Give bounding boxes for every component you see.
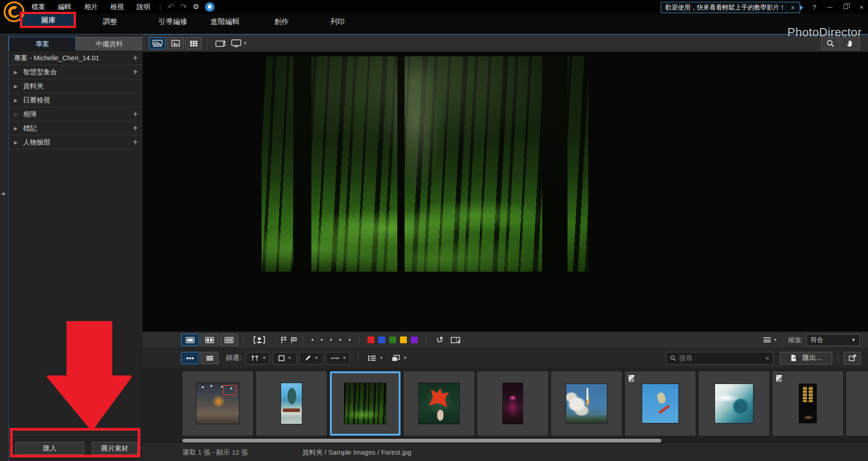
color-label-purple[interactable] (411, 336, 418, 343)
tab-adjust[interactable]: 調整 (99, 16, 121, 28)
menu-photo[interactable]: 相片 (81, 2, 100, 12)
thumbnail-church-window[interactable] (773, 371, 843, 436)
thumbnail-skateboarder[interactable] (625, 371, 696, 436)
expander-icon[interactable]: ▷ (14, 112, 23, 117)
add-icon[interactable]: + (133, 110, 138, 119)
tree-row-tags[interactable]: ▶ 標記 + (9, 121, 143, 135)
thumbnail-maple-leaf[interactable] (404, 371, 474, 436)
sidebar-tab-metadata[interactable]: 中繼資料 (76, 37, 143, 51)
thumbnail-rocket-launch[interactable] (551, 371, 622, 436)
color-filter-dropdown[interactable]: ▼ (272, 352, 297, 365)
tab-library[interactable]: 圖庫 (22, 14, 75, 28)
rating-dot-icon[interactable]: • (311, 336, 314, 343)
settings-gear-icon[interactable]: ⚙ (193, 3, 199, 10)
search-clear-icon[interactable]: × (765, 354, 769, 362)
edited-filter-dropdown[interactable]: ▼ (299, 352, 324, 365)
rating-dot-icon[interactable]: • (339, 336, 342, 343)
adjusted-badge-icon (776, 375, 782, 383)
mirror-compare-icon[interactable] (451, 336, 461, 344)
expander-icon[interactable]: ▶ (14, 126, 23, 131)
sidebar-tab-project[interactable]: 專案 (9, 37, 76, 51)
add-icon[interactable]: + (133, 124, 138, 133)
rating-dot-icon[interactable]: • (321, 336, 323, 343)
expander-icon[interactable]: ▶ (14, 98, 23, 103)
compare-view-button[interactable] (200, 334, 219, 346)
list-view-button[interactable] (200, 352, 219, 364)
color-label-red[interactable] (367, 336, 374, 343)
view-photo-filmstrip-button[interactable] (149, 37, 166, 49)
thumbnail-ocean-wave[interactable] (699, 371, 769, 436)
flag-icon[interactable] (281, 336, 287, 344)
color-label-blue[interactable] (378, 336, 385, 343)
tooltip-close-icon[interactable]: × (790, 4, 796, 11)
rating-dot-icon[interactable]: • (348, 336, 351, 343)
tree-row-albums[interactable]: ▷ 相簿 + (9, 107, 143, 121)
color-label-yellow[interactable] (400, 336, 407, 343)
more-filters-dropdown[interactable]: ▼ (326, 352, 350, 365)
stack-dropdown[interactable]: ▼ (389, 352, 410, 365)
redo-icon[interactable]: ↷ (180, 3, 187, 11)
flag-filter-dropdown[interactable]: ▼ (246, 352, 270, 365)
import-button[interactable]: 匯入 (15, 442, 84, 455)
expander-icon[interactable]: ▶ (14, 140, 23, 145)
menu-edit[interactable]: 編輯 (55, 2, 74, 12)
browse-single-button[interactable] (181, 334, 199, 346)
zoom-tool-button[interactable] (821, 37, 840, 50)
color-label-green[interactable] (389, 336, 396, 343)
export-button[interactable]: 匯出... (780, 352, 832, 365)
stock-media-button[interactable]: 圖片素材 (92, 442, 138, 455)
thumbnail-partial[interactable] (846, 371, 868, 436)
swap-display-button[interactable] (213, 37, 229, 49)
tree-row-calendar-view[interactable]: ▶ 日曆檢視 (9, 93, 143, 107)
star-rating[interactable]: • • • • • (311, 336, 351, 343)
thumbnail-boat-island[interactable] (256, 371, 327, 436)
thumbnail-neon-sign[interactable] (477, 371, 548, 436)
add-icon[interactable]: + (133, 67, 138, 77)
caret-down-icon: ▼ (262, 356, 266, 360)
tree-row-project[interactable]: 專案 - Michelle_Chen_14.01 + (9, 51, 143, 65)
view-grid-button[interactable] (185, 37, 202, 49)
thumbnail-basketball-dunk[interactable] (182, 371, 253, 436)
notification-bell-icon[interactable] (205, 2, 215, 12)
tree-row-folders[interactable]: ▶ 資料夾 (9, 79, 143, 93)
rotate-left-icon[interactable]: ↺ (436, 336, 444, 344)
export-button-label: 匯出... (802, 354, 822, 362)
minimize-button[interactable]: ─ (828, 3, 833, 11)
horizontal-scrollbar[interactable] (182, 439, 661, 442)
reject-flag-icon[interactable] (291, 336, 297, 344)
thumbnail-view-button[interactable] (181, 352, 199, 364)
sidebar-collapse-strip[interactable]: ◀ (0, 34, 8, 461)
grid-view-button[interactable] (220, 334, 238, 346)
collapse-left-icon[interactable]: ◀ (1, 191, 5, 197)
list-lines-icon (763, 337, 771, 342)
add-icon[interactable]: + (133, 138, 138, 147)
expander-icon[interactable]: ▶ (14, 70, 23, 75)
menu-view[interactable]: 檢視 (108, 2, 127, 12)
add-icon[interactable]: + (133, 53, 138, 62)
detach-window-button[interactable] (844, 352, 861, 365)
tab-guided-edit[interactable]: 引導編修 (155, 16, 191, 28)
close-button[interactable]: × (859, 3, 863, 11)
secondary-monitor-button[interactable]: ▼ (229, 37, 249, 49)
tree-row-smart-collection[interactable]: ▶ 智慧型集合 + (9, 65, 143, 79)
undo-icon[interactable]: ↶ (167, 3, 174, 11)
rating-dot-icon[interactable]: • (330, 336, 332, 343)
view-options-button[interactable]: ▼ (763, 337, 777, 342)
search-input[interactable] (679, 354, 763, 362)
face-tag-button[interactable] (249, 334, 269, 346)
thumbnail-forest-selected[interactable] (330, 371, 401, 436)
expander-icon[interactable]: ▶ (14, 84, 23, 89)
restore-button[interactable] (844, 5, 848, 9)
tab-advanced-edit[interactable]: 進階編輯 (207, 16, 243, 28)
view-single-photo-button[interactable] (167, 37, 184, 49)
tab-print[interactable]: 列印 (327, 16, 348, 28)
tab-create[interactable]: 創作 (271, 16, 292, 28)
caret-down-icon: ▼ (403, 356, 407, 360)
tree-row-faces[interactable]: ▶ 人物臉部 + (9, 135, 143, 149)
menu-file[interactable]: 檔案 (29, 2, 48, 12)
zoom-select[interactable]: 符合 ▼ (806, 334, 860, 346)
menu-help[interactable]: 說明 (134, 2, 153, 12)
pan-tool-button[interactable] (841, 37, 860, 50)
help-button[interactable]: ? (812, 3, 816, 11)
sort-dropdown[interactable]: ▼ (364, 352, 386, 365)
